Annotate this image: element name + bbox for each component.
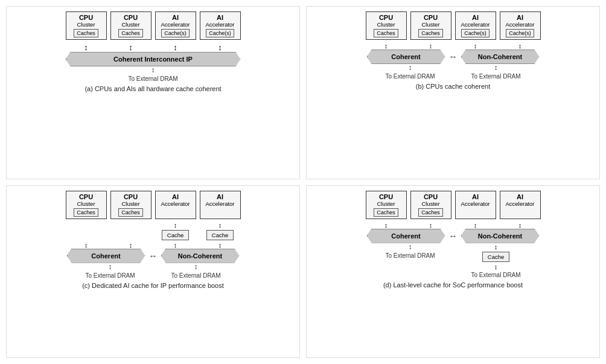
left-dram-col-d: ↕ To External DRAM xyxy=(368,243,453,278)
unit-title: CPU xyxy=(414,14,448,21)
unit-sub: Cluster xyxy=(69,200,103,207)
arrow-icon: ↕ xyxy=(518,222,522,229)
diagram-c: CPU Cluster Caches CPU Cluster Caches AI… xyxy=(6,185,300,359)
diagram-d: CPU Cluster Caches CPU Cluster Caches AI… xyxy=(306,185,600,359)
dram-label-d1: To External DRAM xyxy=(368,252,453,259)
arrow-icon: ↕ xyxy=(518,42,522,49)
unit-title: AI xyxy=(459,14,493,21)
arrow-icon: ↕ xyxy=(218,241,222,249)
arrow-col: ↕ xyxy=(455,222,496,229)
top-boxes-b: CPU Cluster Caches CPU Cluster Caches AI… xyxy=(366,11,541,40)
arrow-icon: ↕ xyxy=(174,222,177,229)
arrow-icon: ↕ xyxy=(453,64,539,72)
unit-cpu1-d: CPU Cluster Caches xyxy=(366,191,407,219)
arrow-icon: ↕ xyxy=(494,263,498,270)
arrow-icon: ↕ xyxy=(85,241,88,249)
arrow-icon: ↕ xyxy=(368,64,453,72)
middle-section-c: ↕ ↕ ↕ Cache ↕ ↕ Cache ↕ xyxy=(10,222,296,249)
unit-ai1-b: AI Accelerator Cache(s) xyxy=(455,11,496,40)
banner-arrow-d: ↔ xyxy=(449,231,458,241)
dram-label-d2: To External DRAM xyxy=(471,272,520,278)
right-cache-col-d: ↕ Cache ↕ To External DRAM xyxy=(453,243,539,278)
unit-title: CPU xyxy=(69,14,103,21)
unit-ai2-c: AI Accelerator xyxy=(200,191,241,219)
non-coherent-banner-b: Non-Coherent xyxy=(461,49,540,64)
unit-sub: Cluster xyxy=(369,21,403,28)
unit-title: CPU xyxy=(114,14,148,21)
main-container: CPU Cluster Caches CPU Cluster Caches AI… xyxy=(0,0,606,364)
unit-title: AI xyxy=(203,193,237,200)
unit-title: AI xyxy=(503,193,537,200)
right-col2: ↕ Cache ↕ xyxy=(200,222,241,249)
unit-cpu2-b: CPU Cluster Caches xyxy=(410,11,451,40)
banner-arrow-b: ↔ xyxy=(449,52,458,62)
coherent-banner-b: Coherent xyxy=(367,49,445,64)
unit-title: CPU xyxy=(369,14,403,21)
unit-ai2-a: AI Accelerator Cache(s) xyxy=(200,11,241,40)
dram-row-c: ↕ To External DRAM ↕ To External DRAM xyxy=(10,263,296,279)
caption-c: (c) Dedicated AI cache for IP performanc… xyxy=(82,282,224,289)
arrow-icon: ↕ xyxy=(218,43,222,52)
banner-arrow-c: ↔ xyxy=(149,251,158,261)
dram-label-a: To External DRAM xyxy=(128,75,177,82)
cache-box: Caches xyxy=(74,208,98,217)
arrow-icon: ↕ xyxy=(474,42,477,49)
arrow-down-a: ↕ xyxy=(152,66,155,74)
cache-box: Cache(s) xyxy=(206,29,234,37)
arrow-col: ↕ xyxy=(155,42,196,52)
arrow-icon: ↕ xyxy=(84,43,88,52)
unit-ai1-d: AI Accelerator xyxy=(455,191,496,219)
unit-sub: Accelerator xyxy=(459,200,493,207)
interconnect-banner-a: Coherent Interconnect IP xyxy=(66,52,241,66)
top-boxes-d: CPU Cluster Caches CPU Cluster Caches AI… xyxy=(366,191,541,219)
cache-mid-c1: Cache xyxy=(162,230,189,240)
dram-label-c2: To External DRAM xyxy=(153,272,239,279)
cache-box: Cache(s) xyxy=(461,29,490,37)
unit-cpu1-a: CPU Cluster Caches xyxy=(66,11,107,40)
arrow-col: ↕ xyxy=(366,222,407,229)
unit-sub: Cluster xyxy=(369,200,403,207)
top-boxes-a: CPU Cluster Caches CPU Cluster Caches AI… xyxy=(66,11,241,40)
right-col1: ↕ Cache ↕ xyxy=(155,222,196,249)
left-arrow-col1: ↕ xyxy=(66,241,107,249)
arrow-icon: ↕ xyxy=(384,42,388,49)
diagram-b: CPU Cluster Caches CPU Cluster Caches AI… xyxy=(306,6,600,179)
arrow-icon: ↕ xyxy=(429,42,433,49)
unit-sub: Accelerator xyxy=(203,21,237,28)
arrow-icon: ↕ xyxy=(129,241,133,249)
dram-col-left-c: ↕ To External DRAM xyxy=(68,263,153,279)
top-boxes-c: CPU Cluster Caches CPU Cluster Caches AI… xyxy=(66,191,241,219)
arrow-icon: ↕ xyxy=(153,263,239,271)
arrows-row-a: ↕ ↕ ↕ ↕ xyxy=(66,42,241,52)
arrow-icon: ↕ xyxy=(68,263,153,271)
unit-sub: Accelerator xyxy=(159,200,193,207)
unit-ai2-b: AI Accelerator Cache(s) xyxy=(500,11,541,40)
arrow-icon: ↕ xyxy=(368,243,453,251)
unit-title: CPU xyxy=(414,193,448,200)
cache-box: Caches xyxy=(74,29,98,37)
coherent-banner-c: Coherent xyxy=(67,249,145,263)
unit-title: AI xyxy=(459,193,493,200)
unit-title: CPU xyxy=(369,193,403,200)
unit-sub: Cluster xyxy=(114,200,148,207)
cache-mid-d: Cache xyxy=(482,252,509,262)
banner-row-c: Coherent ↔ Non-Coherent xyxy=(10,249,296,263)
caption-d: (d) Last-level cache for SoC performance… xyxy=(383,281,523,289)
unit-title: AI xyxy=(203,14,237,21)
unit-title: AI xyxy=(503,14,537,21)
arrow-icon: ↕ xyxy=(173,43,177,52)
unit-sub: Cluster xyxy=(69,21,103,28)
arrow-icon: ↕ xyxy=(218,222,222,229)
cache-box: Caches xyxy=(118,29,143,37)
banner-row-b: Coherent ↔ Non-Coherent xyxy=(310,49,596,64)
unit-cpu2-d: CPU Cluster Caches xyxy=(410,191,451,219)
unit-cpu1-b: CPU Cluster Caches xyxy=(366,11,407,40)
arrow-col: ↕ xyxy=(410,42,451,49)
arrow-col: ↕ xyxy=(200,42,241,52)
non-coherent-banner-d: Non-Coherent xyxy=(461,229,540,243)
cache-box: Caches xyxy=(118,208,143,217)
caption-b: (b) CPUs cache coherent xyxy=(416,83,491,90)
arrow-col: ↕ xyxy=(366,42,407,49)
arrow-col: ↕ xyxy=(66,42,107,52)
cache-box: Caches xyxy=(374,208,398,217)
